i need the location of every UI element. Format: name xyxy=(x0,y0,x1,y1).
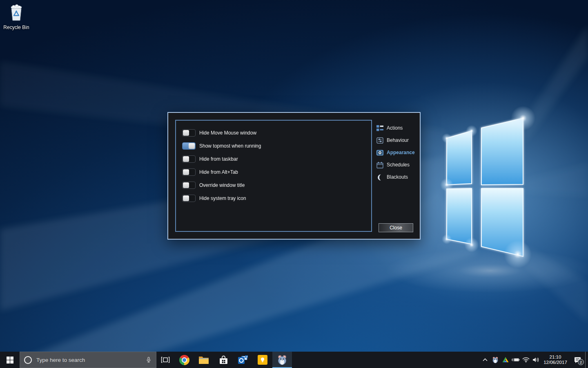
nav-label: Appearance xyxy=(387,150,415,155)
battery-charging-icon xyxy=(511,357,520,362)
nav-label: Behaviour xyxy=(387,137,409,143)
toggle-hide-from-alt-tab[interactable] xyxy=(182,168,196,176)
move-mouse-tray-icon xyxy=(492,356,499,364)
tray-move-mouse[interactable] xyxy=(490,352,500,368)
appearance-icon xyxy=(376,149,383,156)
setting-row: Hide Move Mouse window xyxy=(176,126,371,139)
toggle-hide-system-tray-icon[interactable] xyxy=(182,195,196,202)
setting-label: Hide system tray icon xyxy=(199,195,246,201)
nav-label: Actions xyxy=(387,125,403,131)
toggle-override-window-title[interactable] xyxy=(182,182,196,189)
toggle-knob xyxy=(183,182,189,188)
microsoft-store-icon xyxy=(218,355,229,365)
windows-logo-icon xyxy=(7,357,13,364)
cortana-icon xyxy=(24,356,32,364)
setting-row: Hide from taskbar xyxy=(176,153,371,166)
setting-label: Hide from Alt+Tab xyxy=(199,169,238,175)
chevron-up-icon xyxy=(483,358,488,361)
toggle-hide-move-mouse-window[interactable] xyxy=(182,129,196,137)
toggle-hide-from-taskbar[interactable] xyxy=(182,155,196,163)
tray-clock[interactable]: 21:10 12/06/2017 xyxy=(541,355,570,366)
toggle-knob xyxy=(189,143,195,149)
notification-badge: 2 xyxy=(578,359,584,365)
tray-battery[interactable] xyxy=(510,352,521,368)
nav-item-blackouts[interactable]: Blackouts xyxy=(376,171,419,183)
nav-label: Blackouts xyxy=(387,174,408,180)
toggle-knob xyxy=(183,195,189,201)
setting-row: Override window title xyxy=(176,179,371,192)
toggle-show-topmost-when-running[interactable] xyxy=(182,142,196,150)
setting-row: Hide system tray icon xyxy=(176,192,371,205)
start-button[interactable] xyxy=(0,352,20,368)
toggle-knob xyxy=(183,156,189,162)
taskbar: 21:10 12/06/2017 2 xyxy=(0,352,588,368)
tray-wifi[interactable] xyxy=(521,352,531,368)
setting-row: Show topmost when running xyxy=(176,139,371,153)
taskbar-search xyxy=(20,352,156,368)
nav-item-schedules[interactable]: Schedules xyxy=(376,159,419,171)
google-keep-icon xyxy=(258,355,267,365)
settings-nav: Actions Behaviour Appearance xyxy=(376,122,419,183)
task-view-button[interactable] xyxy=(156,352,174,368)
schedules-icon xyxy=(376,162,383,168)
clock-date: 12/06/2017 xyxy=(541,360,570,366)
tray-google-drive[interactable] xyxy=(500,352,510,368)
outlook-icon xyxy=(238,355,248,365)
show-desktop-button[interactable] xyxy=(585,352,588,368)
microphone-icon[interactable] xyxy=(145,357,152,363)
task-view-icon xyxy=(161,357,170,363)
taskbar-app-file-explorer[interactable] xyxy=(194,352,214,368)
tray-volume[interactable] xyxy=(531,352,541,368)
taskbar-app-microsoft-store[interactable] xyxy=(214,352,233,368)
close-button[interactable]: Close xyxy=(379,223,413,232)
move-mouse-settings-window: Hide Move Mouse window Show topmost when… xyxy=(167,112,421,240)
setting-label: Show topmost when running xyxy=(199,143,261,149)
recycle-bin-label: Recycle Bin xyxy=(3,25,29,30)
setting-label: Override window title xyxy=(199,182,245,188)
setting-label: Hide Move Mouse window xyxy=(199,130,256,136)
wifi-icon xyxy=(522,357,530,363)
taskbar-app-move-mouse[interactable] xyxy=(272,352,292,368)
desktop-icon-recycle-bin[interactable]: Recycle Bin xyxy=(3,3,29,30)
blackouts-icon xyxy=(376,174,383,181)
search-input[interactable] xyxy=(36,357,142,364)
system-tray: 21:10 12/06/2017 2 xyxy=(480,352,588,368)
volume-icon xyxy=(532,357,540,363)
taskbar-app-google-keep[interactable] xyxy=(253,352,272,368)
setting-row: Hide from Alt+Tab xyxy=(176,166,371,179)
nav-label: Schedules xyxy=(387,162,410,168)
actions-icon xyxy=(376,125,383,132)
chrome-icon xyxy=(179,355,189,365)
clock-time: 21:10 xyxy=(541,355,570,360)
desktop: Recycle Bin Hide Move Mouse window Show … xyxy=(0,0,588,368)
nav-item-actions[interactable]: Actions xyxy=(376,122,419,134)
taskbar-app-chrome[interactable] xyxy=(174,352,194,368)
appearance-settings-panel: Hide Move Mouse window Show topmost when… xyxy=(175,120,372,232)
toggle-knob xyxy=(183,169,189,175)
behaviour-icon xyxy=(376,137,383,144)
nav-item-appearance[interactable]: Appearance xyxy=(376,146,419,159)
recycle-bin-icon xyxy=(8,3,25,22)
nav-item-behaviour[interactable]: Behaviour xyxy=(376,134,419,146)
action-center-button[interactable]: 2 xyxy=(570,352,585,368)
file-explorer-icon xyxy=(198,355,209,364)
toggle-knob xyxy=(183,130,189,136)
setting-label: Hide from taskbar xyxy=(199,156,238,162)
taskbar-app-outlook[interactable] xyxy=(233,352,253,368)
move-mouse-icon xyxy=(276,354,288,366)
google-drive-icon xyxy=(502,357,509,363)
hidden-icons-chevron-button[interactable] xyxy=(480,352,490,368)
